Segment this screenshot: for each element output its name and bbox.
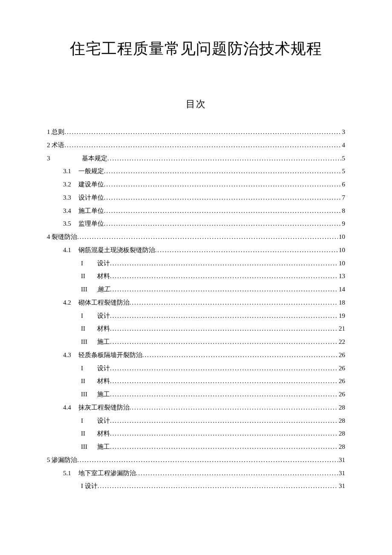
toc-page-number: 28 [338,440,345,453]
toc-label: 3.2 建设单位 [63,178,104,191]
toc-label: II材料 [81,270,110,283]
toc-page-number: 4 [341,139,346,152]
toc-entry: III施工14 [47,283,345,296]
toc-page-number: 31 [338,453,345,467]
toc-label: 4.2 砌体工程裂缝防治 [63,296,130,309]
toc-label: 2 术语 [47,139,64,152]
toc-entry: 4.3 轻质条板隔墙开裂防治 26 [47,349,345,362]
document-title: 住宅工程质量常见问题防治技术规程 [47,38,345,59]
toc-page-number: 21 [338,322,345,335]
toc-entry: II材料28 [47,427,345,440]
toc-leaders [104,217,341,230]
toc-page-number: 6 [341,178,346,191]
toc-entry: 4 裂缝防治10 [47,230,345,244]
toc-page-number: 7 [341,191,346,204]
toc-leaders [104,191,341,204]
toc-entry: 2 术语4 [47,139,345,152]
toc-label: 4.1 钢筋混凝土现浇板裂缝防治 [63,244,155,257]
toc-label: 1 总则 [47,125,64,139]
toc-entry: II材料21 [47,322,345,335]
toc-page-number: 31 [338,479,345,493]
toc-entry: 4.2 砌体工程裂缝防治 18 [47,296,345,309]
toc-label: 4.4 抹灰工程裂缝防治 [63,401,130,414]
toc-page-number: 10 [338,257,345,270]
toc-label: I设计 [81,414,110,427]
toc-page-number: 13 [338,270,345,283]
toc-leaders [110,322,338,335]
toc-leaders [98,479,338,493]
toc-leaders [64,139,341,152]
toc-label: I设计 [81,309,110,323]
toc-leaders [110,375,338,388]
toc-leaders [110,335,338,349]
toc-leaders [77,230,338,244]
toc-label: III施工 [81,440,110,453]
toc-leaders [110,440,338,453]
toc-label: II材料 [81,427,110,440]
toc-page-number: 8 [341,204,346,218]
toc-leaders [107,152,341,165]
toc-label: 4.3 轻质条板隔墙开裂防治 [63,349,142,362]
toc-page-number: 26 [338,375,345,388]
toc-leaders [142,349,338,362]
toc-label: 3.5 监理单位 [63,217,104,230]
toc-label: 3基本规定 [47,152,107,165]
toc-label: 5.1 地下室工程渗漏防治 [63,467,136,480]
toc-entry: 3.1 一般规定 5 [47,165,345,178]
toc-label: 3.4 施工单位 [63,204,104,218]
toc-page-number: 22 [338,335,345,349]
toc-page-number: 5 [341,152,346,165]
toc-leaders [110,257,338,270]
toc-page-number: 26 [338,349,345,362]
toc-label: III施工 [81,388,110,401]
toc-leaders [130,401,338,414]
toc-entry: III施工22 [47,335,345,349]
toc-page-number: 28 [338,414,345,427]
toc-entry: 3.2 建设单位 6 [47,178,345,191]
toc-page-number: 28 [338,401,345,414]
toc-leaders [110,427,338,440]
toc-entry: 5 渗漏防治31 [47,453,345,467]
toc-label: 4 裂缝防治 [47,230,77,244]
toc-page-number: 28 [338,427,345,440]
toc-page-number: 10 [338,230,345,244]
toc-page-number: 19 [338,309,345,323]
toc-entry: 3.4 施工单位 8 [47,204,345,218]
toc-label: I设计 [81,257,110,270]
toc-page-number: 26 [338,362,345,375]
toc-entry: I设计10 [47,257,345,270]
toc-label: I设计 [81,362,110,375]
toc-label: I 设计 [81,479,98,493]
toc-entry: 3.5 监理单位 9 [47,217,345,230]
toc-label: 3.1 一般规定 [63,165,104,178]
toc-label: 5 渗漏防治 [47,453,77,467]
toc-entry: 3基本规定 5 [47,152,345,165]
toc-entry: 3.3 设计单位 7 [47,191,345,204]
toc-leaders [77,453,338,467]
toc-label: II材料 [81,375,110,388]
toc-page-number: 18 [338,296,345,309]
toc-page-number: 3 [341,125,346,139]
toc-leaders [110,388,338,401]
toc-entry: 5.1 地下室工程渗漏防治 31 [47,467,345,480]
toc-entry: I设计26 [47,362,345,375]
toc-entry: 4.1 钢筋混凝土现浇板裂缝防治 10 [47,244,345,257]
toc-entry: III施工28 [47,440,345,453]
toc-heading: 目次 [47,98,345,110]
toc-leaders [110,309,338,323]
toc-page-number: 9 [341,217,346,230]
toc-leaders [130,296,338,309]
toc-leaders [110,362,338,375]
toc-entry: I设计19 [47,309,345,323]
toc-leaders [64,125,341,139]
toc-entry: 1 总则3 [47,125,345,139]
toc-entry: II材料13 [47,270,345,283]
toc-page-number: 10 [338,244,345,257]
toc-entry: III施工26 [47,388,345,401]
toc-leaders [136,467,338,480]
toc-label: II材料 [81,322,110,335]
toc-page-number: 14 [338,283,345,296]
toc-entry: I 设计 31 [47,479,345,493]
toc-label: III施工 [81,283,110,296]
toc-leaders [104,204,341,218]
